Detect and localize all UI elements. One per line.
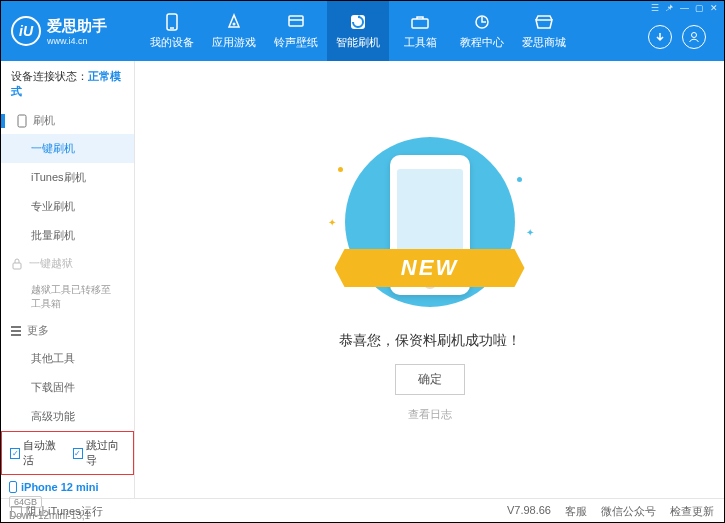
svg-rect-10 xyxy=(13,263,21,269)
nav-tutorials[interactable]: 教程中心 xyxy=(451,1,513,61)
nav-label: 应用游戏 xyxy=(212,35,256,50)
apps-icon xyxy=(224,13,244,31)
version-label: V7.98.66 xyxy=(507,504,551,519)
success-message: 恭喜您，保资料刷机成功啦！ xyxy=(339,332,521,350)
sidebar-other-tools[interactable]: 其他工具 xyxy=(1,344,134,373)
wechat-link[interactable]: 微信公众号 xyxy=(601,504,656,519)
checkbox-checked-icon: ✓ xyxy=(10,448,20,459)
group-label: 更多 xyxy=(27,323,49,338)
nav-my-device[interactable]: 我的设备 xyxy=(141,1,203,61)
nav-flash[interactable]: 智能刷机 xyxy=(327,1,389,61)
svg-point-8 xyxy=(692,33,697,38)
success-illustration: ✦ ✦ NEW xyxy=(320,137,540,317)
nav-toolbox[interactable]: 工具箱 xyxy=(389,1,451,61)
svg-rect-6 xyxy=(412,19,428,28)
device-phone-icon xyxy=(9,481,17,493)
logo-icon: iU xyxy=(11,16,41,46)
device-name: iPhone 12 mini xyxy=(9,481,126,493)
pin-icon[interactable]: 📌︎ xyxy=(665,3,674,13)
sidebar-advanced[interactable]: 高级功能 xyxy=(1,402,134,431)
support-link[interactable]: 客服 xyxy=(565,504,587,519)
main-content: ✦ ✦ NEW 恭喜您，保资料刷机成功啦！ 确定 查看日志 xyxy=(135,61,724,498)
connection-status: 设备连接状态：正常模式 xyxy=(1,61,134,107)
sidebar-batch-flash[interactable]: 批量刷机 xyxy=(1,221,134,250)
toolbox-icon xyxy=(410,13,430,31)
logo-text: 爱思助手 www.i4.cn xyxy=(47,17,107,46)
group-label: 一键越狱 xyxy=(29,256,73,271)
group-label: 刷机 xyxy=(33,113,55,128)
window-controls: ☰ 📌︎ — ▢ ✕ xyxy=(651,3,718,13)
phone-icon xyxy=(17,114,27,128)
menu-icon xyxy=(11,330,21,332)
flash-header[interactable]: 刷机 xyxy=(1,107,134,134)
download-button[interactable] xyxy=(648,25,672,49)
jailbreak-note: 越狱工具已转移至工具箱 xyxy=(1,277,111,317)
nav-label: 铃声壁纸 xyxy=(274,35,318,50)
view-log-link[interactable]: 查看日志 xyxy=(408,407,452,422)
store-icon xyxy=(534,13,554,31)
sidebar-download-firmware[interactable]: 下载固件 xyxy=(1,373,134,402)
header-actions xyxy=(648,25,706,49)
menu-icon[interactable]: ☰ xyxy=(651,3,659,13)
minimize-icon[interactable]: — xyxy=(680,3,689,13)
options-row: ✓ 自动激活 ✓ 跳过向导 xyxy=(1,431,134,475)
update-link[interactable]: 检查更新 xyxy=(670,504,714,519)
phone-icon xyxy=(162,13,182,31)
nav-apps[interactable]: 应用游戏 xyxy=(203,1,265,61)
checkbox-checked-icon: ✓ xyxy=(73,448,83,459)
more-header[interactable]: 更多 xyxy=(1,317,134,344)
ok-button[interactable]: 确定 xyxy=(395,364,465,395)
nav-label: 我的设备 xyxy=(150,35,194,50)
book-icon xyxy=(472,13,492,31)
jailbreak-header[interactable]: 一键越狱 xyxy=(1,250,134,277)
sidebar-itunes-flash[interactable]: iTunes刷机 xyxy=(1,163,134,192)
jailbreak-group: 一键越狱 越狱工具已转移至工具箱 xyxy=(1,250,134,317)
top-nav: 我的设备 应用游戏 铃声壁纸 智能刷机 工具箱 教程中心 爱思商城 xyxy=(141,1,575,61)
sidebar-one-click-flash[interactable]: 一键刷机 xyxy=(1,134,134,163)
maximize-icon[interactable]: ▢ xyxy=(695,3,704,13)
close-icon[interactable]: ✕ xyxy=(710,3,718,13)
header: iU 爱思助手 www.i4.cn 我的设备 应用游戏 铃声壁纸 智能刷机 工具… xyxy=(1,1,724,61)
music-icon xyxy=(286,13,306,31)
user-button[interactable] xyxy=(682,25,706,49)
sidebar-pro-flash[interactable]: 专业刷机 xyxy=(1,192,134,221)
nav-label: 教程中心 xyxy=(460,35,504,50)
nav-ringtones[interactable]: 铃声壁纸 xyxy=(265,1,327,61)
skip-guide-checkbox[interactable]: ✓ 跳过向导 xyxy=(73,438,126,468)
nav-label: 工具箱 xyxy=(404,35,437,50)
auto-activate-checkbox[interactable]: ✓ 自动激活 xyxy=(10,438,63,468)
flash-icon xyxy=(348,13,368,31)
new-ribbon: NEW xyxy=(335,249,525,287)
nav-label: 爱思商城 xyxy=(522,35,566,50)
svg-rect-3 xyxy=(289,16,303,26)
logo[interactable]: iU 爱思助手 www.i4.cn xyxy=(11,16,141,46)
nav-label: 智能刷机 xyxy=(336,35,380,50)
checkbox-unchecked-icon xyxy=(11,506,22,517)
nav-store[interactable]: 爱思商城 xyxy=(513,1,575,61)
more-group: 更多 其他工具 下载固件 高级功能 xyxy=(1,317,134,431)
block-itunes-checkbox[interactable]: 阻止iTunes运行 xyxy=(11,504,103,519)
svg-point-2 xyxy=(233,22,236,25)
lock-icon xyxy=(11,258,23,270)
sidebar: 设备连接状态：正常模式 刷机 一键刷机 iTunes刷机 专业刷机 批量刷机 一… xyxy=(1,61,135,498)
flash-group: 刷机 一键刷机 iTunes刷机 专业刷机 批量刷机 xyxy=(1,107,134,250)
svg-rect-9 xyxy=(18,115,26,127)
